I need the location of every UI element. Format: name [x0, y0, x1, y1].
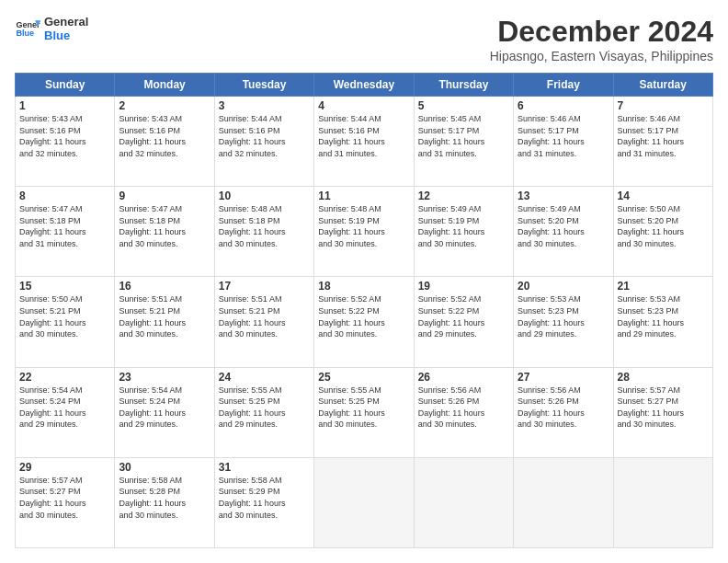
col-friday: Friday: [514, 74, 613, 97]
week-row-1: 1Sunrise: 5:43 AMSunset: 5:16 PMDaylight…: [16, 97, 713, 187]
col-sunday: Sunday: [16, 74, 115, 97]
day-info: Sunrise: 5:57 AMSunset: 5:27 PMDaylight:…: [19, 475, 110, 521]
day-info: Sunrise: 5:50 AMSunset: 5:20 PMDaylight:…: [618, 203, 709, 249]
day-cell: 3Sunrise: 5:44 AMSunset: 5:16 PMDaylight…: [214, 97, 313, 187]
day-number: 15: [19, 280, 110, 293]
day-number: 6: [518, 99, 609, 112]
day-cell: 5Sunrise: 5:45 AMSunset: 5:17 PMDaylight…: [414, 97, 513, 187]
day-cell: 27Sunrise: 5:56 AMSunset: 5:26 PMDayligh…: [514, 367, 613, 457]
day-cell: [613, 457, 712, 547]
col-monday: Monday: [115, 74, 214, 97]
day-number: 9: [119, 190, 210, 202]
day-info: Sunrise: 5:46 AMSunset: 5:17 PMDaylight:…: [618, 113, 709, 159]
day-info: Sunrise: 5:46 AMSunset: 5:17 PMDaylight:…: [518, 113, 609, 159]
day-number: 8: [19, 190, 110, 202]
day-info: Sunrise: 5:49 AMSunset: 5:20 PMDaylight:…: [518, 203, 609, 249]
day-info: Sunrise: 5:56 AMSunset: 5:26 PMDaylight:…: [518, 385, 609, 431]
logo-general: General: [44, 15, 88, 29]
day-cell: 8Sunrise: 5:47 AMSunset: 5:18 PMDaylight…: [16, 187, 115, 277]
week-row-2: 8Sunrise: 5:47 AMSunset: 5:18 PMDaylight…: [16, 187, 713, 277]
day-number: 1: [19, 99, 110, 112]
col-wednesday: Wednesday: [314, 74, 414, 97]
logo: General Blue General Blue: [15, 15, 88, 42]
day-number: 31: [219, 461, 310, 474]
day-cell: 2Sunrise: 5:43 AMSunset: 5:16 PMDaylight…: [115, 97, 214, 187]
day-info: Sunrise: 5:49 AMSunset: 5:19 PMDaylight:…: [418, 203, 509, 249]
calendar: Sunday Monday Tuesday Wednesday Thursday…: [15, 73, 713, 548]
subtitle: Hipasngo, Eastern Visayas, Philippines: [490, 49, 713, 63]
day-number: 20: [518, 280, 609, 293]
day-number: 26: [418, 371, 509, 384]
day-info: Sunrise: 5:54 AMSunset: 5:24 PMDaylight:…: [19, 385, 110, 431]
day-number: 25: [318, 371, 409, 384]
day-number: 7: [618, 99, 709, 112]
day-info: Sunrise: 5:43 AMSunset: 5:16 PMDaylight:…: [119, 113, 210, 159]
day-cell: 1Sunrise: 5:43 AMSunset: 5:16 PMDaylight…: [16, 97, 115, 187]
day-cell: 28Sunrise: 5:57 AMSunset: 5:27 PMDayligh…: [613, 367, 712, 457]
day-info: Sunrise: 5:48 AMSunset: 5:19 PMDaylight:…: [318, 203, 409, 249]
day-cell: 24Sunrise: 5:55 AMSunset: 5:25 PMDayligh…: [214, 367, 313, 457]
day-cell: 10Sunrise: 5:48 AMSunset: 5:18 PMDayligh…: [214, 187, 313, 277]
day-number: 23: [119, 371, 210, 384]
day-number: 10: [219, 190, 310, 202]
day-number: 24: [219, 371, 310, 384]
day-cell: 17Sunrise: 5:51 AMSunset: 5:21 PMDayligh…: [214, 277, 313, 367]
day-cell: 4Sunrise: 5:44 AMSunset: 5:16 PMDaylight…: [314, 97, 414, 187]
day-info: Sunrise: 5:50 AMSunset: 5:21 PMDaylight:…: [19, 293, 110, 339]
week-row-4: 22Sunrise: 5:54 AMSunset: 5:24 PMDayligh…: [16, 367, 713, 457]
day-cell: 16Sunrise: 5:51 AMSunset: 5:21 PMDayligh…: [115, 277, 214, 367]
week-row-3: 15Sunrise: 5:50 AMSunset: 5:21 PMDayligh…: [16, 277, 713, 367]
day-cell: 29Sunrise: 5:57 AMSunset: 5:27 PMDayligh…: [16, 457, 115, 547]
day-cell: 15Sunrise: 5:50 AMSunset: 5:21 PMDayligh…: [16, 277, 115, 367]
day-info: Sunrise: 5:44 AMSunset: 5:16 PMDaylight:…: [219, 113, 310, 159]
day-info: Sunrise: 5:47 AMSunset: 5:18 PMDaylight:…: [119, 203, 210, 249]
day-number: 16: [119, 280, 210, 293]
day-number: 4: [318, 99, 409, 112]
day-cell: 31Sunrise: 5:58 AMSunset: 5:29 PMDayligh…: [214, 457, 313, 547]
page: General Blue General Blue December 2024 …: [0, 0, 728, 563]
day-number: 14: [618, 190, 709, 202]
day-number: 18: [318, 280, 409, 293]
day-info: Sunrise: 5:51 AMSunset: 5:21 PMDaylight:…: [119, 293, 210, 339]
day-cell: 11Sunrise: 5:48 AMSunset: 5:19 PMDayligh…: [314, 187, 414, 277]
day-cell: 13Sunrise: 5:49 AMSunset: 5:20 PMDayligh…: [514, 187, 613, 277]
day-number: 28: [618, 371, 709, 384]
svg-text:Blue: Blue: [16, 29, 34, 38]
day-cell: 25Sunrise: 5:55 AMSunset: 5:25 PMDayligh…: [314, 367, 414, 457]
header: General Blue General Blue December 2024 …: [15, 15, 713, 63]
day-info: Sunrise: 5:58 AMSunset: 5:28 PMDaylight:…: [119, 475, 210, 521]
day-cell: 26Sunrise: 5:56 AMSunset: 5:26 PMDayligh…: [414, 367, 513, 457]
day-info: Sunrise: 5:58 AMSunset: 5:29 PMDaylight:…: [219, 475, 310, 521]
header-row: Sunday Monday Tuesday Wednesday Thursday…: [16, 74, 713, 97]
day-cell: [314, 457, 414, 547]
day-cell: 30Sunrise: 5:58 AMSunset: 5:28 PMDayligh…: [115, 457, 214, 547]
day-info: Sunrise: 5:55 AMSunset: 5:25 PMDaylight:…: [318, 385, 409, 431]
day-number: 19: [418, 280, 509, 293]
day-info: Sunrise: 5:52 AMSunset: 5:22 PMDaylight:…: [318, 293, 409, 339]
day-cell: 19Sunrise: 5:52 AMSunset: 5:22 PMDayligh…: [414, 277, 513, 367]
day-number: 27: [518, 371, 609, 384]
day-info: Sunrise: 5:53 AMSunset: 5:23 PMDaylight:…: [618, 293, 709, 339]
day-info: Sunrise: 5:52 AMSunset: 5:22 PMDaylight:…: [418, 293, 509, 339]
day-number: 5: [418, 99, 509, 112]
title-section: December 2024 Hipasngo, Eastern Visayas,…: [490, 15, 713, 63]
day-cell: 6Sunrise: 5:46 AMSunset: 5:17 PMDaylight…: [514, 97, 613, 187]
day-info: Sunrise: 5:56 AMSunset: 5:26 PMDaylight:…: [418, 385, 509, 431]
day-number: 2: [119, 99, 210, 112]
day-info: Sunrise: 5:54 AMSunset: 5:24 PMDaylight:…: [119, 385, 210, 431]
day-cell: 22Sunrise: 5:54 AMSunset: 5:24 PMDayligh…: [16, 367, 115, 457]
day-info: Sunrise: 5:53 AMSunset: 5:23 PMDaylight:…: [518, 293, 609, 339]
day-number: 21: [618, 280, 709, 293]
day-number: 30: [119, 461, 210, 474]
day-info: Sunrise: 5:47 AMSunset: 5:18 PMDaylight:…: [19, 203, 110, 249]
day-cell: [414, 457, 513, 547]
day-cell: 12Sunrise: 5:49 AMSunset: 5:19 PMDayligh…: [414, 187, 513, 277]
day-cell: 20Sunrise: 5:53 AMSunset: 5:23 PMDayligh…: [514, 277, 613, 367]
day-number: 3: [219, 99, 310, 112]
day-info: Sunrise: 5:45 AMSunset: 5:17 PMDaylight:…: [418, 113, 509, 159]
day-cell: 7Sunrise: 5:46 AMSunset: 5:17 PMDaylight…: [613, 97, 712, 187]
logo-icon: General Blue: [15, 16, 40, 41]
day-number: 22: [19, 371, 110, 384]
day-number: 13: [518, 190, 609, 202]
day-info: Sunrise: 5:51 AMSunset: 5:21 PMDaylight:…: [219, 293, 310, 339]
